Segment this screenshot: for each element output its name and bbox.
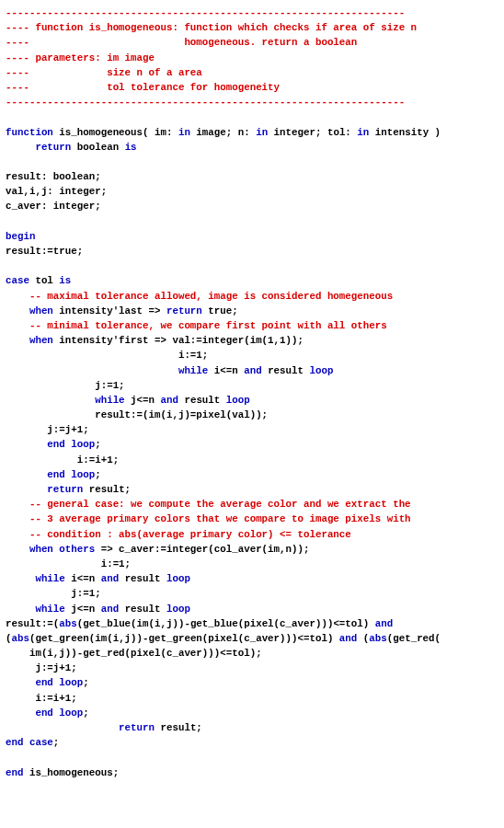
code-token: -- 3 average primary colors that we comp… xyxy=(29,513,411,524)
code-token: end loop xyxy=(35,707,83,719)
code-token: -- condition : abs(average primary color… xyxy=(29,529,351,540)
code-line: ---- homogeneous. return a boolean xyxy=(6,35,498,50)
code-token: (get_green(im(i,j))-get_green(pixel(c_av… xyxy=(29,633,339,644)
code-line xyxy=(6,214,498,229)
code-token: begin xyxy=(6,231,35,242)
code-token xyxy=(6,365,178,376)
code-token xyxy=(6,335,29,346)
code-token: ; xyxy=(95,469,100,480)
code-token: intensity ) xyxy=(369,127,441,138)
code-token: c_aver: integer; xyxy=(6,201,101,212)
code-line: ---- size n of a area xyxy=(6,65,498,80)
code-token: j:=1; xyxy=(6,380,125,391)
code-line: end loop; xyxy=(6,467,498,482)
code-line: function is_homogeneous( im: in image; n… xyxy=(6,125,498,140)
code-line: -- condition : abs(average primary color… xyxy=(6,527,498,542)
code-line: -- maximal tolerance allowed, image is c… xyxy=(6,289,498,304)
code-line: result:=(abs(get_blue(im(i,j))-get_blue(… xyxy=(6,616,498,631)
code-token: result:=(im(i,j)=pixel(val)); xyxy=(6,409,268,420)
code-token: and xyxy=(161,395,178,406)
code-token: i:=1; xyxy=(6,350,208,361)
code-token: integer; tol: xyxy=(268,127,357,138)
code-token xyxy=(6,395,95,406)
code-token: j<=n xyxy=(65,604,101,615)
code-token: result:=true; xyxy=(6,246,83,257)
code-token: -- minimal tolerance, we compare first p… xyxy=(29,320,387,331)
code-line: ----------------------------------------… xyxy=(6,95,498,109)
code-token: result xyxy=(262,365,310,376)
code-token: i<=n xyxy=(208,365,244,376)
code-token: and xyxy=(375,618,393,629)
code-token: ; xyxy=(83,677,88,688)
code-token xyxy=(6,513,29,524)
code-token xyxy=(6,142,35,153)
code-token: j:=j+1; xyxy=(6,424,89,435)
code-token: ---- size n of a area xyxy=(6,67,202,78)
code-line: end is_homogeneous; xyxy=(6,765,498,780)
code-token: loop xyxy=(166,604,190,615)
code-line xyxy=(6,109,498,124)
code-token: loop xyxy=(166,573,190,584)
code-line: -- general case: we compute the average … xyxy=(6,497,498,512)
code-line: (abs(get_green(im(i,j))-get_green(pixel(… xyxy=(6,631,498,646)
code-token: ; xyxy=(95,439,100,450)
code-token: j:=j+1; xyxy=(6,662,77,673)
code-token: i:=i+1; xyxy=(6,693,77,704)
code-line: return result; xyxy=(6,482,498,497)
code-token: end case xyxy=(6,737,53,748)
code-token: tol xyxy=(29,275,59,286)
code-token: loop xyxy=(226,395,250,406)
code-token: in xyxy=(178,127,190,138)
code-token: abs xyxy=(369,633,386,644)
code-line: return boolean is xyxy=(6,140,498,155)
code-token: while xyxy=(178,365,208,376)
code-token: end loop xyxy=(47,469,95,480)
code-line: while j<=n and result loop xyxy=(6,393,498,408)
code-token: is_homogeneous; xyxy=(23,767,119,778)
code-token: and xyxy=(101,604,119,615)
code-line: ---- parameters: im image xyxy=(6,51,498,65)
code-token: j:=1; xyxy=(6,588,101,599)
code-token: and xyxy=(244,365,261,376)
code-line: result:=(im(i,j)=pixel(val)); xyxy=(6,408,498,422)
code-token: loop xyxy=(310,365,334,376)
code-line: while j<=n and result loop xyxy=(6,602,498,616)
code-token: ---- parameters: im image xyxy=(6,52,155,63)
code-token: i<=n xyxy=(65,573,101,584)
code-token xyxy=(6,439,47,450)
code-line: i:=1; xyxy=(6,557,498,571)
code-token: end xyxy=(6,767,23,778)
code-token: result: boolean; xyxy=(6,171,101,182)
code-line: -- 3 average primary colors that we comp… xyxy=(6,512,498,526)
code-token: ; xyxy=(53,737,59,748)
code-line: i:=1; xyxy=(6,348,498,362)
code-token: im(i,j))-get_red(pixel(c_aver)))<=tol); xyxy=(6,648,262,659)
code-token: ----------------------------------------… xyxy=(6,7,405,18)
code-token: image; n: xyxy=(190,127,256,138)
code-line xyxy=(6,750,498,765)
code-line: when intensity'first => val:=integer(im(… xyxy=(6,333,498,348)
code-line: val,i,j: integer; xyxy=(6,184,498,199)
code-token: result; xyxy=(83,484,131,495)
code-line: return result; xyxy=(6,720,498,735)
code-token: j<=n xyxy=(125,395,161,406)
code-token: is xyxy=(59,275,71,286)
code-token: end loop xyxy=(35,677,83,688)
code-token: (get_blue(im(i,j))-get_blue(pixel(c_aver… xyxy=(77,618,375,629)
code-token: boolean xyxy=(71,142,124,153)
code-line: i:=i+1; xyxy=(6,691,498,706)
code-token: result xyxy=(119,604,166,615)
code-token: -- general case: we compute the average … xyxy=(29,499,411,510)
code-line: when others => c_aver:=integer(col_aver(… xyxy=(6,542,498,557)
code-token: val,i,j: integer; xyxy=(6,186,107,197)
code-token xyxy=(6,722,119,733)
code-token xyxy=(6,484,47,495)
code-line: begin xyxy=(6,229,498,244)
code-token: while xyxy=(95,395,124,406)
code-line: result: boolean; xyxy=(6,169,498,184)
code-token: in xyxy=(357,127,369,138)
code-line: case tol is xyxy=(6,273,498,288)
code-token xyxy=(6,604,35,615)
code-token: ---- function is_homogeneous: function w… xyxy=(6,22,417,33)
code-token: (get_red( xyxy=(387,633,441,644)
